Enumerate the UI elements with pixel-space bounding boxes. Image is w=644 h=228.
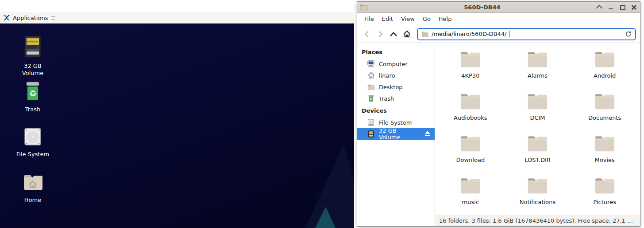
minimize-button[interactable] [608,4,613,10]
desktop-icon-removable-volume[interactable]: 32 GB Volume [10,35,56,77]
folder-label: DCIM [530,114,545,121]
statusbar: 16 folders, 3 files: 1.6 GiB (1678436410… [435,215,640,226]
home-button[interactable] [401,28,413,40]
folder-dcim[interactable]: DCIM [504,93,571,135]
folder-label: Download [456,157,485,163]
up-button[interactable] [388,28,399,40]
folder-icon [527,93,548,112]
devices-header: Devices [357,104,435,117]
folder-movies[interactable]: Movies [571,135,638,177]
folder-label: Notifications [520,199,555,205]
folder-icon [460,93,481,112]
maximize-button[interactable] [620,4,625,10]
removable-drive-icon [367,130,375,138]
sidebar-item-file-system[interactable]: File System [357,117,435,128]
reload-icon[interactable] [625,31,632,37]
folder-label: music [462,199,479,205]
menu-go[interactable]: Go [419,14,434,24]
folder-icon [594,51,615,70]
folder-notifications[interactable]: Notifications [504,177,571,215]
desktop-icon-home-folder[interactable]: Home [10,173,56,204]
wallpaper-shape [305,144,354,228]
back-button[interactable] [361,28,373,40]
folder-icon [460,177,481,197]
sidebar-item-label: Computer [379,61,408,67]
folder-label: Audiobooks [454,114,487,121]
filesystem-icon [23,127,42,148]
sidebar-item-label: File System [379,119,412,126]
computer-icon [367,60,375,68]
folder-label: Android [594,72,616,79]
file-manager-window: 560D-DB44 FileEditViewGoHelp [357,1,640,227]
text-caret [509,31,509,37]
folder-label: Alarms [528,72,548,79]
menu-view[interactable]: View [397,14,418,24]
sidebar-item-label: 32 GB Volume [379,127,416,141]
sidebar-item-label: Desktop [379,84,403,90]
folder-4kp30[interactable]: 4KP30 [437,51,504,93]
sidebar-item-linaro[interactable]: linaro [357,70,435,81]
places-header: Places [357,46,435,58]
folder-icon [594,135,615,154]
shade-button[interactable] [597,4,602,10]
folder-pictures[interactable]: Pictures [571,177,638,215]
statusbar-text: 16 folders, 3 files: 1.6 GiB (1678436410… [439,217,633,224]
forward-button[interactable] [374,28,386,40]
folder-icon [460,135,481,154]
folder-documents[interactable]: Documents [571,93,638,135]
desktop-icon-trash[interactable]: ♻Trash [10,82,56,113]
harddisk-icon [367,118,375,126]
xfce-logo-icon[interactable] [3,14,10,21]
desktop-icon-label: Home [24,197,41,204]
titlebar[interactable]: 560D-DB44 [357,2,640,13]
sidebar-item-trash[interactable]: Trash [357,93,435,104]
folder-music[interactable]: music [437,177,504,215]
home-icon [367,71,375,79]
folder-download[interactable]: Download [437,135,504,177]
trash-icon [367,94,375,102]
location-bar[interactable]: /media/linaro/560D-DB44/ [417,28,636,40]
toolbar: /media/linaro/560D-DB44/ [357,25,640,43]
sidebar-item-32-gb-volume[interactable]: 32 GB Volume [357,128,435,140]
xfce-panel: Applications [0,12,354,24]
menu-help[interactable]: Help [435,14,455,24]
screen: Applications 32 GB Volume♻TrashFile Syst… [0,0,644,228]
sidebar-item-label: linaro [379,72,395,79]
window-body: PlacesComputerlinaroDesktopTrashDevicesF… [357,43,640,226]
folder-icon [367,83,375,91]
menu-edit[interactable]: Edit [378,14,397,24]
panel-overflow-icon[interactable] [51,16,55,20]
path-folder-icon [421,31,429,37]
folder-label: Pictures [593,199,616,205]
menu-file[interactable]: File [361,14,378,24]
folder-label: LOST.DIR [524,157,551,163]
folder-icon [527,51,548,70]
main-pane: 4KP30AlarmsAndroidAudiobooksDCIMDocument… [435,43,640,226]
folder-android[interactable]: Android [571,51,638,93]
window-controls [597,4,636,10]
desktop-top-strip [0,0,354,12]
sidebar-item-computer[interactable]: Computer [357,58,435,70]
folder-audiobooks[interactable]: Audiobooks [437,93,504,135]
folder-view: 4KP30AlarmsAndroidAudiobooksDCIMDocument… [435,43,640,215]
folder-icon [460,51,481,70]
home-folder-icon [22,173,43,193]
folder-label: Documents [588,114,621,121]
close-button[interactable] [631,4,636,10]
folder-alarms[interactable]: Alarms [504,51,571,93]
folder-lost-dir[interactable]: LOST.DIR [504,135,571,177]
eject-icon[interactable] [424,130,431,138]
desktop-icon-filesystem[interactable]: File System [10,127,56,158]
path-input[interactable]: /media/linaro/560D-DB44/ [432,31,506,37]
applications-menu[interactable]: Applications [13,15,48,21]
sidebar-item-desktop[interactable]: Desktop [357,81,435,93]
desktop-icon-label: Trash [25,106,40,113]
desktop-icon-label: 32 GB Volume [22,63,43,77]
folder-icon [527,177,548,197]
removable-volume-icon [23,35,42,59]
desktop: Applications 32 GB Volume♻TrashFile Syst… [0,0,354,228]
menubar: FileEditViewGoHelp [357,13,640,25]
folder-icon [594,93,615,112]
trash-icon: ♻ [24,82,42,103]
desktop-icon-label: File System [16,151,49,158]
